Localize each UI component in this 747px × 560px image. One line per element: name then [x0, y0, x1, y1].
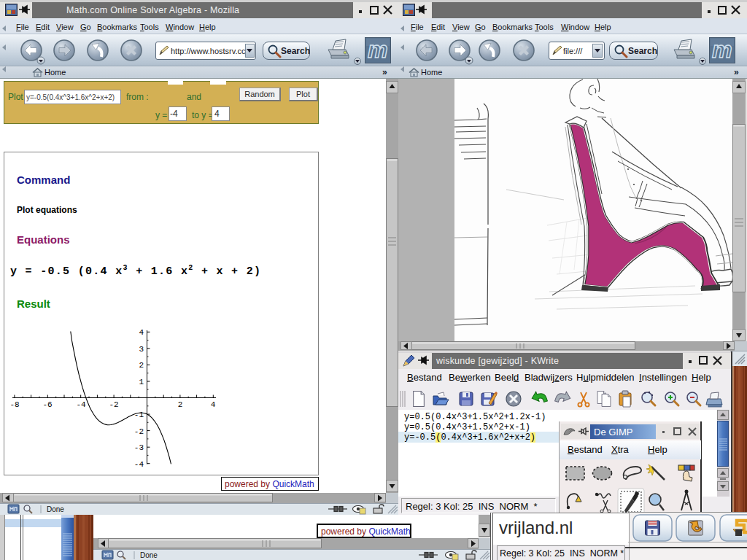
- svg-text:-3: -3: [134, 443, 144, 452]
- svg-text:-6: -6: [42, 400, 52, 409]
- svg-text:1: 1: [139, 378, 144, 386]
- svg-text:4: 4: [139, 328, 144, 337]
- svg-text:-4: -4: [134, 460, 144, 469]
- svg-text:-2: -2: [109, 400, 118, 409]
- svg-text:2: 2: [178, 400, 183, 409]
- svg-text:3: 3: [139, 345, 144, 354]
- svg-text:-4: -4: [76, 400, 86, 409]
- svg-text:-8: -8: [9, 400, 19, 409]
- svg-text:2: 2: [139, 361, 144, 370]
- svg-text:-2: -2: [134, 427, 144, 436]
- svg-text:m: m: [368, 37, 388, 63]
- svg-text:-1: -1: [134, 411, 144, 419]
- svg-text:4: 4: [211, 400, 216, 409]
- svg-text:m: m: [712, 37, 732, 63]
